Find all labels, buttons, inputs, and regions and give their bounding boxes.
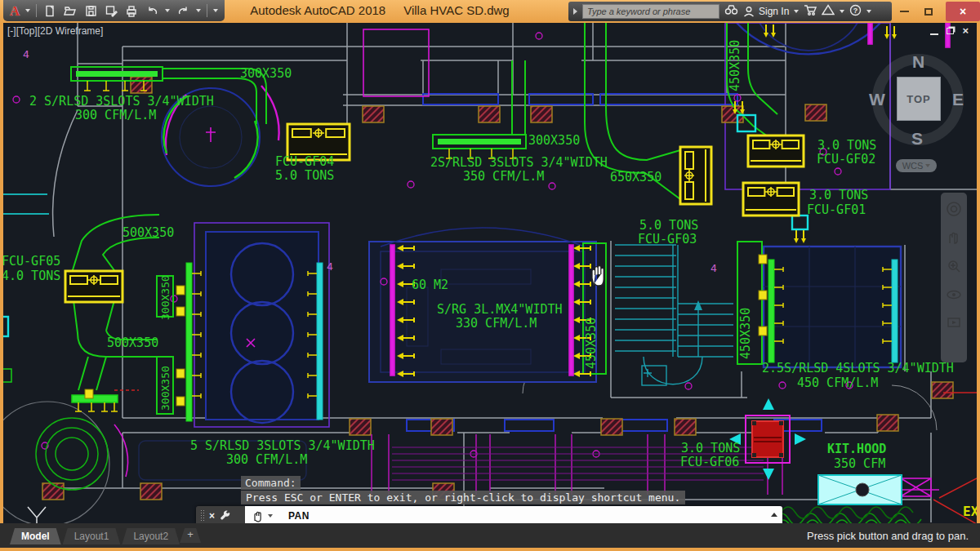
navigation-bar xyxy=(941,193,967,362)
infocenter: Sign In ? xyxy=(568,2,892,21)
document-title: Villa HVAC SD.dwg xyxy=(403,3,510,17)
exchange-caret-icon[interactable] xyxy=(840,10,844,13)
minimize-button[interactable] xyxy=(892,3,916,20)
pan-tool-icon[interactable] xyxy=(946,230,962,245)
help-button[interactable]: ? xyxy=(849,4,862,20)
wcs-menu[interactable]: WCS xyxy=(896,159,937,172)
kitchen-hood xyxy=(818,475,902,504)
redo-button[interactable] xyxy=(176,2,190,19)
open-folder-icon xyxy=(64,5,77,17)
app-title: Autodesk AutoCAD 2018 xyxy=(250,3,385,17)
autocad-logo-icon[interactable]: A xyxy=(10,4,20,18)
showmotion-icon[interactable] xyxy=(946,315,962,330)
viewport-controls-label[interactable]: [-][Top][2D Wireframe] xyxy=(7,25,103,37)
svg-text:?: ? xyxy=(853,7,858,15)
maximize-button[interactable] xyxy=(916,3,941,20)
quick-access-toolbar: A xyxy=(3,0,225,21)
new-file-icon xyxy=(44,5,56,17)
command-prompt-text: Press ESC or ENTER to exit, or right-cli… xyxy=(241,491,685,504)
tab-layout2[interactable]: Layout2 xyxy=(122,528,180,544)
help-caret-icon[interactable] xyxy=(866,10,871,13)
wrench-icon[interactable] xyxy=(220,510,231,522)
command-drag-handle[interactable] xyxy=(200,509,204,522)
status-hint: Press pick button and drag to pan. xyxy=(807,530,969,542)
viewcube-west[interactable]: W xyxy=(869,90,885,109)
document-window-controls: × xyxy=(930,25,969,36)
save-icon xyxy=(85,5,97,17)
plot-button[interactable] xyxy=(124,2,139,19)
zoom-tool-icon[interactable] xyxy=(946,258,962,274)
command-bar[interactable]: × PAN xyxy=(196,506,782,523)
floor-plan-canvas xyxy=(3,23,977,523)
cart-icon xyxy=(804,4,817,16)
layout-tabs: ModelLayout1Layout2 xyxy=(10,527,180,544)
viewcube-east[interactable]: E xyxy=(952,90,964,109)
add-layout-tab[interactable]: + xyxy=(180,528,201,543)
window-controls: × xyxy=(892,0,980,23)
navwheel-icon[interactable] xyxy=(946,201,962,217)
window-title: Autodesk AutoCAD 2018Villa HVAC SD.dwg xyxy=(208,3,551,17)
printer-icon xyxy=(125,5,138,17)
viewcube-south[interactable]: S xyxy=(911,129,923,149)
help-icon: ? xyxy=(849,4,862,16)
undo-button[interactable] xyxy=(145,2,159,19)
foliage-layer xyxy=(774,507,923,523)
doc-restore-button[interactable] xyxy=(947,28,954,34)
save-button[interactable] xyxy=(83,2,98,19)
wcs-caret-icon xyxy=(925,164,930,167)
exchange-triangle-icon xyxy=(822,4,835,16)
sign-in-caret-icon[interactable] xyxy=(794,10,799,13)
search-button[interactable] xyxy=(724,4,738,19)
command-history-line: Command: xyxy=(241,476,301,490)
binoculars-icon xyxy=(724,4,738,16)
close-button[interactable]: × xyxy=(946,2,980,21)
app-menu-caret-icon[interactable] xyxy=(25,9,30,12)
save-as-icon xyxy=(105,5,118,17)
drawing-viewport[interactable]: 300X3502 S/RLSD 3SLOTS 3/4"WIDTH300 CFM/… xyxy=(3,23,977,523)
command-close-icon[interactable]: × xyxy=(209,510,215,522)
sign-in-label: Sign In xyxy=(759,6,789,17)
user-icon xyxy=(743,6,755,17)
window-frame-right xyxy=(977,23,980,551)
active-command-label: PAN xyxy=(288,510,310,522)
infocenter-collapse-icon[interactable] xyxy=(573,8,577,15)
status-bar: ModelLayout1Layout2 + Press pick button … xyxy=(0,523,980,548)
ucs-icon xyxy=(23,504,51,523)
command-options-caret-icon[interactable] xyxy=(268,514,273,518)
undo-arrow-icon xyxy=(146,5,158,17)
pan-hand-icon xyxy=(252,509,264,522)
redo-caret-icon[interactable] xyxy=(196,9,201,12)
ceiling-layer xyxy=(139,23,901,480)
redo-arrow-icon xyxy=(177,5,189,17)
viewcube-top-face[interactable]: TOP xyxy=(897,77,941,121)
save-as-button[interactable] xyxy=(104,2,118,19)
search-input[interactable] xyxy=(582,4,719,19)
new-file-button[interactable] xyxy=(42,2,57,19)
command-input-area[interactable]: PAN xyxy=(245,506,782,523)
command-bar-controls: × xyxy=(196,506,245,523)
orbit-tool-icon[interactable] xyxy=(946,287,962,302)
pan-cursor xyxy=(588,264,609,288)
separator xyxy=(36,4,37,17)
store-button[interactable] xyxy=(804,4,817,19)
recent-commands-icon[interactable] xyxy=(771,513,777,517)
doc-close-button[interactable]: × xyxy=(962,25,969,36)
tab-model[interactable]: Model xyxy=(10,528,61,544)
tab-layout1[interactable]: Layout1 xyxy=(63,528,121,544)
undo-caret-icon[interactable] xyxy=(165,9,170,12)
window-frame-left xyxy=(0,23,3,551)
wcs-label: WCS xyxy=(902,161,924,171)
viewcube-north[interactable]: N xyxy=(912,52,924,72)
sign-in-button[interactable]: Sign In xyxy=(743,6,789,17)
doc-minimize-button[interactable] xyxy=(930,33,938,35)
open-file-button[interactable] xyxy=(63,2,78,19)
stairs-layer xyxy=(615,245,733,385)
exchange-apps-button[interactable] xyxy=(822,4,835,19)
window-frame-bottom xyxy=(0,548,980,551)
autocad-window: A Autodesk AutoCAD 2018Villa xyxy=(0,0,980,551)
title-bar: A Autodesk AutoCAD 2018Villa xyxy=(0,0,980,23)
